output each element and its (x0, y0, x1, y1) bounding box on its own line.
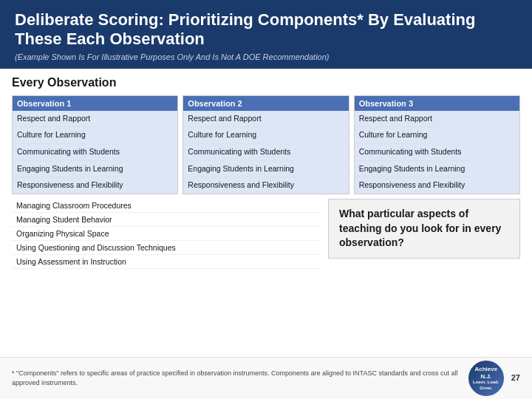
obs1-row-5: Responsiveness and Flexibility (13, 177, 177, 194)
observation-2-column: Observation 2 Respect and Rapport Cultur… (183, 95, 349, 194)
obs3-row-3: Communicating with Students (355, 144, 519, 161)
callout-box: What particular aspects of teaching do y… (328, 199, 520, 259)
obs2-row-2: Culture for Learning (183, 127, 348, 144)
bottom-row-2: Managing Student Behavior (12, 213, 321, 227)
footer: * "Components" refers to specific areas … (0, 357, 532, 399)
observation-3-column: Observation 3 Respect and Rapport Cultur… (354, 95, 520, 194)
bottom-row-3: Organizing Physical Space (12, 227, 321, 241)
obs2-header: Observation 2 (183, 96, 348, 111)
logo-line1: Achieve (468, 366, 504, 373)
obs2-row-4: Engaging Students in Learning (183, 161, 348, 178)
bottom-row-1: Managing Classroom Procedures (12, 199, 321, 213)
obs1-row-2: Culture for Learning (13, 127, 177, 144)
slide: Deliberate Scoring: Prioritizing Compone… (0, 0, 532, 399)
obs2-row-3: Communicating with Students (183, 144, 348, 161)
obs3-row-4: Engaging Students in Learning (355, 161, 519, 178)
bottom-section: Managing Classroom Procedures Managing S… (12, 199, 520, 269)
slide-title: Deliberate Scoring: Prioritizing Compone… (15, 10, 517, 50)
obs3-header: Observation 3 (355, 96, 519, 111)
obs2-row-1: Respect and Rapport (183, 111, 348, 128)
callout-text: What particular aspects of teaching do y… (339, 208, 501, 248)
content-area: Every Observation Observation 1 Respect … (0, 69, 532, 276)
bottom-rows-list: Managing Classroom Procedures Managing S… (12, 199, 321, 269)
header: Deliberate Scoring: Prioritizing Compone… (0, 0, 532, 69)
obs1-header: Observation 1 (13, 96, 177, 111)
section-label: Every Observation (12, 76, 520, 89)
observation-1-column: Observation 1 Respect and Rapport Cultur… (12, 95, 178, 194)
obs3-row-1: Respect and Rapport (355, 111, 519, 128)
footer-footnote: * "Components" refers to specific areas … (12, 369, 468, 387)
observations-grid: Observation 1 Respect and Rapport Cultur… (12, 95, 520, 194)
logo-tagline: Learn. Lead. Grow. (468, 380, 504, 390)
bottom-row-5: Using Assessment in Instruction (12, 255, 321, 269)
page-number: 27 (511, 372, 520, 383)
obs1-row-3: Communicating with Students (13, 144, 177, 161)
logo-line2: N.J. (468, 373, 504, 381)
bottom-row-4: Using Questioning and Discussion Techniq… (12, 241, 321, 255)
slide-subtitle: (Example Shown Is For Illustrative Purpo… (15, 52, 517, 61)
obs1-row-1: Respect and Rapport (13, 111, 177, 128)
obs2-row-5: Responsiveness and Flexibility (183, 177, 348, 194)
obs3-row-2: Culture for Learning (355, 127, 519, 144)
obs1-row-4: Engaging Students in Learning (13, 161, 177, 178)
footer-logo-area: Achieve N.J. Learn. Lead. Grow. 27 (468, 361, 520, 396)
footnote-text: * "Components" refers to specific areas … (12, 369, 458, 386)
obs3-row-5: Responsiveness and Flexibility (355, 177, 519, 194)
achieve-nj-logo: Achieve N.J. Learn. Lead. Grow. (468, 361, 504, 396)
